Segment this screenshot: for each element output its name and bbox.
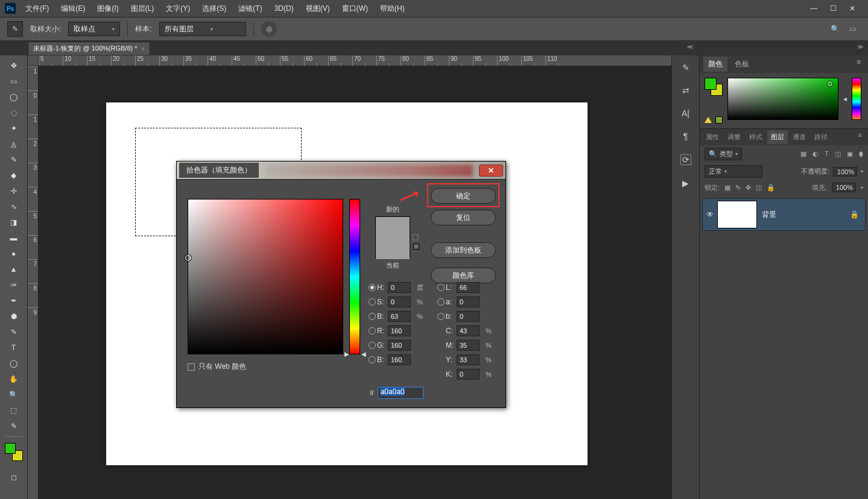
hue-strip[interactable] (852, 78, 861, 120)
blend-mode-select[interactable]: 正常 ▾ (705, 165, 762, 178)
adjustment-panel-icon[interactable]: ⇄ (682, 86, 689, 95)
zoom-tool[interactable]: 🔍 (6, 387, 22, 403)
move-tool[interactable]: ✥ (6, 58, 22, 74)
rgb-b-radio[interactable] (369, 356, 376, 363)
reset-button[interactable]: 复位 (431, 210, 496, 225)
dialog-titlebar[interactable]: 拾色器（填充颜色） ✕ (177, 162, 505, 180)
type-tool[interactable]: T (6, 340, 22, 356)
pen2-tool[interactable]: ✒ (6, 293, 22, 309)
lab-b-input[interactable] (457, 311, 480, 322)
new-color-swatch[interactable] (376, 217, 410, 238)
marquee-tool[interactable]: ▭ (6, 74, 22, 89)
menu-filter[interactable]: 滤镜(T) (236, 1, 264, 16)
collapse-chevron-icon[interactable]: ≪ (687, 43, 693, 50)
menu-text[interactable]: 文字(Y) (163, 1, 192, 16)
saturation-field[interactable] (188, 199, 343, 354)
color-panel-swatches[interactable] (705, 78, 723, 96)
dodge-tool[interactable]: ▲ (6, 262, 22, 277)
menu-select[interactable]: 选择(S) (200, 1, 229, 16)
screen-mode-icon[interactable]: ▭ (849, 25, 856, 33)
closest-color-swatch[interactable] (715, 116, 723, 124)
layer-visibility-icon[interactable]: 👁 (703, 210, 717, 219)
hex-input[interactable]: a0a0a0 (378, 387, 423, 399)
selection-tool[interactable]: ◬ (6, 136, 22, 152)
lock-position-icon[interactable]: ✥ (746, 184, 751, 192)
menu-file[interactable]: 文件(F) (23, 1, 51, 16)
fill-input[interactable]: 100% (832, 183, 856, 192)
lock-transparent-icon[interactable]: ▦ (724, 184, 730, 192)
layer-name-label[interactable]: 背景 (762, 210, 776, 220)
menu-3d[interactable]: 3D(D) (272, 2, 296, 15)
window-close-button[interactable]: ✕ (846, 4, 858, 13)
document-tab[interactable]: 未标题-1-恢复的 @ 100%(RGB/8) * × (28, 42, 150, 55)
tab-close-button[interactable]: × (141, 45, 145, 52)
menu-edit[interactable]: 编辑(E) (59, 1, 87, 16)
tab-swatches[interactable]: 色板 (730, 57, 754, 72)
web-only-checkbox[interactable] (188, 363, 195, 371)
tab-styles[interactable]: 样式 (746, 130, 766, 144)
healing-tool[interactable]: ✢ (6, 183, 22, 199)
lock-artboard-icon[interactable]: ◫ (756, 184, 762, 192)
g-input[interactable] (388, 340, 411, 351)
menu-layer[interactable]: 图层(L) (128, 1, 157, 16)
gradient-tool[interactable]: ▬ (6, 230, 22, 246)
filter-toggle[interactable]: ⬮ (859, 150, 863, 158)
b-radio[interactable] (369, 313, 376, 320)
layer-thumbnail[interactable] (717, 201, 757, 228)
horizontal-ruler[interactable]: 5101520253035404550556065707580859095100… (39, 55, 671, 66)
panel-menu-icon[interactable]: ≡ (855, 130, 866, 144)
opacity-input[interactable]: 100% (833, 167, 857, 177)
lock-all-icon[interactable]: 🔒 (767, 184, 775, 192)
menu-help[interactable]: 帮助(H) (378, 1, 407, 16)
quick-mask-button[interactable]: ◻ (6, 469, 22, 485)
chevron-down-icon[interactable]: ▾ (861, 185, 863, 190)
collapse-chevron-icon[interactable]: ≫ (857, 43, 863, 50)
brush-panel-icon[interactable]: ✎ (682, 63, 689, 72)
window-minimize-button[interactable]: — (808, 4, 820, 13)
mixer-tool[interactable]: ∿ (6, 199, 22, 215)
web-safe-swatch[interactable] (413, 243, 419, 250)
k-input[interactable] (457, 369, 480, 380)
ok-button[interactable]: 确定 (431, 188, 496, 204)
filter-smart-icon[interactable]: ▣ (847, 150, 853, 158)
hand-tool[interactable]: ✋ (6, 371, 22, 387)
eyedropper-tool-selected[interactable]: ✎ (6, 418, 22, 434)
wand-tool[interactable]: ✦ (6, 121, 22, 136)
layer-row-background[interactable]: 👁 背景 🔒 (702, 198, 866, 231)
stamp-tool[interactable]: ◆ (6, 168, 22, 183)
a-radio[interactable] (437, 298, 445, 306)
ruler-origin[interactable] (28, 55, 39, 66)
foreground-color-swatch[interactable] (5, 443, 16, 454)
shape-tool[interactable]: ◯ (6, 356, 22, 371)
hue-radio[interactable] (369, 284, 376, 291)
vertical-ruler[interactable]: 10123456789 (28, 66, 39, 499)
eraser-tool[interactable]: ◨ (6, 215, 22, 230)
chevron-down-icon[interactable]: ▾ (861, 169, 863, 174)
panel-menu-icon[interactable]: ≡ (853, 57, 864, 72)
blur-tool[interactable]: ● (6, 246, 22, 262)
dialog-close-button[interactable]: ✕ (479, 165, 503, 177)
l-input[interactable] (457, 282, 480, 293)
play-panel-icon[interactable]: ▶ (682, 178, 689, 188)
lab-b-radio[interactable] (437, 313, 445, 320)
character-panel-icon[interactable]: A| (682, 108, 689, 118)
polygon-lasso-tool[interactable]: ◌ (6, 105, 22, 121)
tab-properties[interactable]: 属性 (702, 130, 723, 144)
sample-layers-select[interactable]: 所有图层 ▾ (159, 22, 246, 36)
rectangle-tool[interactable]: ⬚ (6, 403, 22, 418)
filter-type-icon[interactable]: T (825, 150, 829, 158)
cube-icon[interactable]: ⬚ (412, 233, 419, 241)
c-input[interactable] (457, 325, 480, 336)
h-input[interactable] (388, 282, 411, 293)
lasso-tool[interactable]: ◯ (6, 89, 22, 105)
lock-pixels-icon[interactable]: ✎ (735, 184, 741, 192)
filter-shape-icon[interactable]: ◫ (835, 150, 841, 158)
hue-slider[interactable] (349, 199, 360, 354)
tab-channels[interactable]: 通道 (789, 130, 809, 144)
rgb-b-input[interactable] (388, 354, 411, 365)
actions-panel-icon[interactable]: ⟳ (680, 154, 691, 165)
tab-layers[interactable]: 图层 (767, 130, 788, 144)
filter-image-icon[interactable]: ▦ (800, 150, 806, 158)
add-to-swatches-button[interactable]: 添加到色板 (431, 242, 496, 258)
a-input[interactable] (457, 297, 480, 307)
